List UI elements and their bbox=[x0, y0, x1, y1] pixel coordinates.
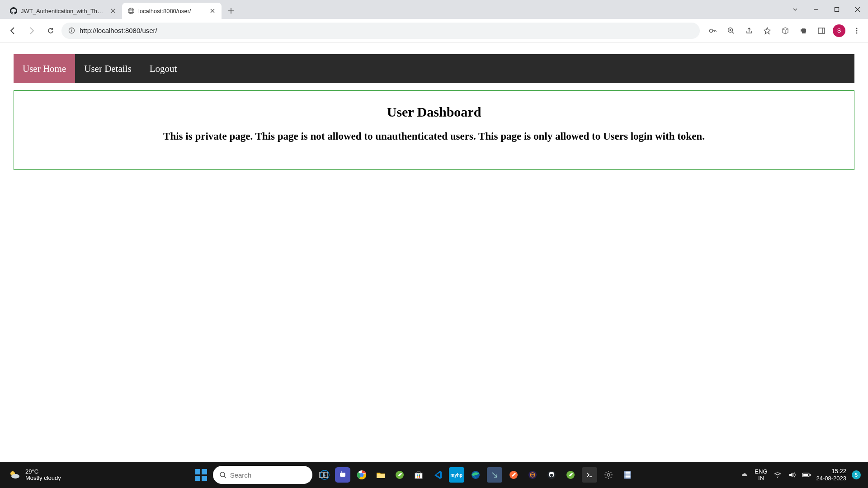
bookmark-star-icon[interactable] bbox=[760, 24, 774, 38]
tab-title: JWT_Authentication_with_Thyme bbox=[21, 8, 106, 14]
menu-icon[interactable] bbox=[850, 24, 863, 38]
extensions-icon[interactable] bbox=[797, 24, 810, 38]
notepad-icon[interactable] bbox=[620, 467, 635, 483]
edge-icon[interactable] bbox=[468, 467, 483, 483]
svg-point-22 bbox=[360, 474, 363, 477]
side-panel-icon[interactable] bbox=[815, 24, 828, 38]
weather-desc: Mostly cloudy bbox=[25, 475, 61, 481]
svg-point-13 bbox=[220, 472, 225, 477]
new-tab-button[interactable] bbox=[224, 4, 238, 18]
system-tray: ENG IN 15:22 24-08-2023 5 bbox=[733, 468, 868, 482]
time: 15:22 bbox=[831, 468, 846, 475]
svg-point-4 bbox=[71, 29, 72, 30]
file-explorer-icon[interactable] bbox=[373, 467, 388, 483]
taskbar-search[interactable] bbox=[213, 466, 312, 484]
volume-icon[interactable] bbox=[788, 470, 797, 479]
site-info-icon[interactable] bbox=[68, 27, 75, 34]
back-button[interactable] bbox=[5, 23, 21, 39]
nav-logout[interactable]: Logout bbox=[141, 54, 186, 83]
postman-icon[interactable] bbox=[506, 467, 521, 483]
key-icon[interactable] bbox=[706, 24, 720, 38]
svg-point-18 bbox=[340, 471, 342, 473]
close-icon[interactable] bbox=[209, 7, 216, 14]
close-window-button[interactable] bbox=[847, 0, 868, 19]
svg-rect-23 bbox=[377, 474, 385, 478]
svg-rect-17 bbox=[340, 473, 345, 477]
language-indicator[interactable]: ENG IN bbox=[755, 469, 767, 482]
url-text: http://localhost:8080/user/ bbox=[80, 27, 157, 34]
eclipse-icon[interactable] bbox=[525, 467, 540, 483]
page-navbar: User Home User Details Logout bbox=[14, 54, 854, 83]
avatar-letter: S bbox=[837, 27, 841, 34]
svg-point-8 bbox=[856, 28, 858, 29]
cube-icon[interactable] bbox=[778, 24, 792, 38]
chevron-down-icon[interactable] bbox=[785, 0, 806, 19]
weather-temp: 29°C bbox=[25, 469, 61, 475]
svg-point-10 bbox=[856, 32, 858, 33]
taskbar-search-input[interactable] bbox=[230, 471, 316, 479]
ms-store-icon[interactable] bbox=[411, 467, 426, 483]
chat-icon[interactable] bbox=[335, 467, 350, 483]
search-icon bbox=[219, 471, 226, 479]
svg-rect-26 bbox=[417, 474, 418, 476]
lang-bottom: IN bbox=[758, 475, 764, 481]
browser-tab[interactable]: localhost:8080/user/ bbox=[122, 3, 222, 19]
svg-point-12 bbox=[11, 474, 19, 479]
svg-rect-15 bbox=[320, 472, 323, 478]
svg-rect-41 bbox=[810, 474, 811, 476]
nav-user-details[interactable]: User Details bbox=[75, 54, 140, 83]
globe-icon bbox=[127, 7, 135, 14]
window-controls bbox=[785, 0, 868, 19]
page-viewport: User Home User Details Logout User Dashb… bbox=[0, 54, 868, 170]
chrome-icon[interactable] bbox=[354, 467, 369, 483]
github-desktop-icon[interactable] bbox=[544, 467, 559, 483]
profile-avatar[interactable]: S bbox=[833, 24, 845, 37]
page-subheading: This is private page. This page is not a… bbox=[25, 131, 843, 142]
spring-tools-icon[interactable] bbox=[563, 467, 578, 483]
svg-rect-7 bbox=[818, 28, 825, 33]
address-bar-row: http://localhost:8080/user/ S bbox=[0, 19, 868, 42]
svg-point-37 bbox=[607, 474, 610, 476]
start-button[interactable] bbox=[193, 467, 209, 483]
tab-title: localhost:8080/user/ bbox=[138, 8, 205, 14]
windows-taskbar: 29°C Mostly cloudy myhp bbox=[0, 462, 868, 488]
address-bar[interactable]: http://localhost:8080/user/ bbox=[61, 23, 700, 39]
taskbar-center: myhp bbox=[95, 466, 733, 484]
browser-tab[interactable]: JWT_Authentication_with_Thyme bbox=[5, 3, 122, 19]
clock[interactable]: 15:22 24-08-2023 bbox=[816, 468, 847, 482]
toolbar-right: S bbox=[703, 24, 863, 38]
svg-rect-34 bbox=[530, 474, 535, 475]
weather-widget[interactable]: 29°C Mostly cloudy bbox=[0, 469, 95, 482]
spring-icon[interactable] bbox=[392, 467, 407, 483]
share-icon[interactable] bbox=[742, 24, 756, 38]
notification-badge[interactable]: 5 bbox=[852, 470, 861, 479]
date: 24-08-2023 bbox=[816, 475, 847, 482]
github-icon bbox=[10, 7, 17, 14]
myhp-icon[interactable]: myhp bbox=[449, 467, 464, 483]
wifi-icon[interactable] bbox=[773, 470, 782, 479]
terminal-icon[interactable] bbox=[582, 467, 597, 483]
task-view-icon[interactable] bbox=[316, 467, 331, 483]
devtools-icon[interactable] bbox=[487, 467, 502, 483]
svg-rect-27 bbox=[419, 474, 420, 476]
onedrive-icon[interactable] bbox=[740, 470, 749, 479]
nav-user-home[interactable]: User Home bbox=[14, 54, 75, 83]
svg-rect-29 bbox=[419, 476, 420, 478]
close-icon[interactable] bbox=[109, 7, 117, 14]
page-heading: User Dashboard bbox=[25, 104, 843, 120]
content-box: User Dashboard This is private page. Thi… bbox=[14, 90, 854, 170]
minimize-button[interactable] bbox=[806, 0, 826, 19]
svg-point-39 bbox=[777, 477, 778, 478]
svg-rect-28 bbox=[417, 476, 418, 478]
browser-tab-bar: JWT_Authentication_with_Thyme localhost:… bbox=[0, 0, 868, 19]
vscode-icon[interactable] bbox=[430, 467, 445, 483]
reload-button[interactable] bbox=[42, 23, 59, 39]
svg-rect-2 bbox=[835, 8, 839, 12]
forward-button[interactable] bbox=[24, 23, 40, 39]
lang-top: ENG bbox=[755, 469, 767, 475]
maximize-button[interactable] bbox=[826, 0, 847, 19]
svg-rect-42 bbox=[803, 474, 808, 476]
zoom-icon[interactable] bbox=[724, 24, 738, 38]
battery-icon[interactable] bbox=[802, 470, 811, 479]
settings-gear-icon[interactable] bbox=[601, 467, 616, 483]
